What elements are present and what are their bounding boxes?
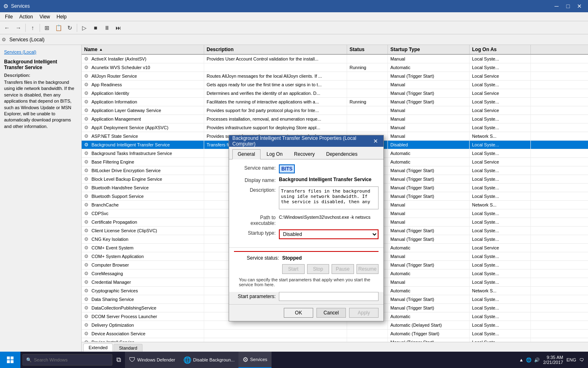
menu-help[interactable]: Help	[53, 13, 70, 20]
language-indicator[interactable]: ENG	[566, 357, 576, 362]
service-startup-cell: Manual (Trigger Start)	[388, 184, 470, 192]
display-name-field: Display name: Background Intelligent Tra…	[234, 177, 379, 183]
service-logon-cell: Local Syste...	[470, 269, 531, 278]
pause-service-button[interactable]: ⏸	[102, 22, 112, 33]
menu-action[interactable]: Action	[16, 13, 36, 20]
service-name-cell: ⚙Device Install Service	[82, 338, 204, 342]
apply-button[interactable]: Apply	[349, 308, 379, 318]
table-row[interactable]: ⚙Application InformationFacilitates the …	[82, 98, 588, 106]
service-status-cell	[347, 123, 388, 132]
ok-button[interactable]: OK	[284, 308, 313, 318]
service-logon-cell: Local Syste...	[470, 338, 531, 342]
tray-arrow-icon[interactable]: ▲	[519, 357, 523, 362]
back-button[interactable]: ←	[2, 22, 12, 33]
system-clock[interactable]: 9:35 AM 2/21/2017	[543, 355, 563, 365]
col-name[interactable]: Name	[82, 45, 204, 54]
dialog-tab-logon[interactable]: Log On	[261, 149, 288, 159]
cancel-button[interactable]: Cancel	[316, 308, 346, 318]
service-logon-cell: Local Syste...	[470, 175, 531, 183]
service-logon-cell: Local Syste...	[470, 312, 531, 321]
service-gear-icon: ⚙	[84, 185, 90, 191]
table-row[interactable]: ⚙Application IdentityDetermines and veri…	[82, 89, 588, 98]
service-name-cell: ⚙App Readiness	[82, 81, 204, 89]
table-row[interactable]: ⚙Application ManagementProcesses install…	[82, 115, 588, 123]
start-button[interactable]: Start	[282, 264, 305, 274]
address-path[interactable]: Services (Local)	[8, 36, 46, 43]
dialog-close-button[interactable]: ✕	[371, 137, 380, 146]
col-startup[interactable]: Startup Type	[388, 45, 470, 54]
network-icon[interactable]: 🌐	[526, 357, 532, 363]
tab-extended[interactable]: Extended	[83, 343, 113, 352]
show-hide-button[interactable]: ⊞	[42, 22, 52, 33]
service-logon-cell: Local Syste...	[470, 304, 531, 312]
service-name-text: ActiveX Installer (AxInstSV)	[91, 56, 147, 61]
description-textarea[interactable]: Transfers files in the background using …	[279, 186, 379, 209]
forward-button[interactable]: →	[13, 22, 24, 33]
task-view-button[interactable]: ⧉	[112, 352, 125, 368]
service-logon-cell: Local Syste...	[470, 149, 531, 157]
menu-view[interactable]: View	[36, 13, 53, 20]
taskbar-search[interactable]: 🔍	[22, 354, 112, 366]
search-input[interactable]	[34, 357, 107, 362]
startup-type-select[interactable]: Automatic Automatic (Delayed Start) Manu…	[279, 229, 379, 239]
defender-icon: 🛡	[129, 356, 136, 364]
service-logon-cell: Local Syste...	[470, 192, 531, 200]
status-divider	[234, 251, 379, 252]
col-description[interactable]: Description	[204, 45, 347, 54]
description-text: Transfers files in the background using …	[4, 79, 77, 130]
taskbar-app-chrome[interactable]: 🌐 Disable Backgroun...	[179, 352, 239, 368]
dialog-tab-recovery[interactable]: Recovery	[289, 149, 320, 159]
properties-button[interactable]: 📋	[53, 22, 64, 33]
up-button[interactable]: ↑	[27, 22, 38, 33]
table-row[interactable]: ⚙AllJoyn Router ServiceRoutes AllJoyn me…	[82, 72, 588, 81]
service-startup-cell: Manual	[388, 201, 470, 209]
table-row[interactable]: ⚙Application Layer Gateway ServiceProvid…	[82, 106, 588, 115]
table-row[interactable]: ⚙Device Association ServiceAutomatic (Tr…	[82, 330, 588, 338]
table-row[interactable]: ⚙App ReadinessGets apps ready for use th…	[82, 81, 588, 89]
taskbar-app-defender[interactable]: 🛡 Windows Defender	[125, 352, 179, 368]
table-row[interactable]: ⚙Delivery OptimizationAutomatic (Delayed…	[82, 321, 588, 330]
restart-service-button[interactable]: ⏭	[113, 22, 124, 33]
close-button[interactable]: ✕	[574, 1, 585, 11]
service-gear-icon: ⚙	[84, 305, 90, 311]
service-logon-cell: Local Syste...	[470, 227, 531, 235]
dialog-tab-dependencies[interactable]: Dependencies	[321, 149, 363, 159]
menu-file[interactable]: File	[2, 13, 16, 20]
service-gear-icon: ⚙	[84, 279, 90, 285]
params-label: Start parameters:	[234, 294, 279, 299]
table-row[interactable]: ⚙Acunetix WVS Scheduler v10RunningAutoma…	[82, 63, 588, 72]
taskbar-app-services[interactable]: ⚙ Services	[238, 352, 271, 368]
pause-button[interactable]: Pause	[332, 264, 354, 274]
service-desc-cell: Determines and verifies the identity of …	[204, 89, 347, 97]
maximize-button[interactable]: □	[563, 1, 573, 11]
table-row[interactable]: ⚙Device Install ServiceManual (Trigger S…	[82, 338, 588, 342]
resume-button[interactable]: Resume	[356, 264, 379, 274]
properties-dialog: Background Intelligent Transfer Service …	[229, 135, 384, 321]
refresh-button[interactable]: ↻	[65, 22, 75, 33]
table-row[interactable]: ⚙AppX Deployment Service (AppXSVC)Provid…	[82, 123, 588, 132]
service-logon-cell: Local Syste...	[470, 55, 531, 63]
col-status[interactable]: Status	[347, 45, 388, 54]
nav-services-local[interactable]: Services (Local)	[4, 49, 77, 55]
service-name-cell: ⚙DCOM Server Process Launcher	[82, 312, 204, 321]
start-button[interactable]	[0, 352, 20, 368]
toolbar-separator-3	[77, 24, 77, 32]
stop-button[interactable]: Stop	[307, 264, 330, 274]
tab-standard[interactable]: Standard	[114, 344, 143, 352]
col-logon[interactable]: Log On As	[470, 45, 531, 54]
params-input[interactable]	[279, 292, 379, 301]
notification-icon[interactable]: 🗨	[579, 357, 584, 362]
service-gear-icon: ⚙	[84, 168, 90, 173]
sound-icon[interactable]: 🔊	[534, 357, 540, 363]
table-row[interactable]: ⚙ActiveX Installer (AxInstSV)Provides Us…	[82, 55, 588, 63]
stop-service-button[interactable]: ■	[90, 22, 101, 33]
service-gear-icon: ⚙	[84, 73, 90, 79]
service-name-text: Bluetooth Handsfree Service	[91, 185, 149, 190]
service-name-cell: ⚙ActiveX Installer (AxInstSV)	[82, 55, 204, 63]
minimize-button[interactable]: ─	[551, 1, 562, 11]
service-logon-cell: Local Syste...	[470, 321, 531, 329]
dialog-tab-general[interactable]: General	[232, 149, 261, 159]
display-name-text: Background Intelligent Transfer Service	[279, 176, 372, 183]
service-startup-cell: Manual (Trigger Start)	[388, 235, 470, 243]
export-button[interactable]: ▷	[79, 22, 89, 33]
